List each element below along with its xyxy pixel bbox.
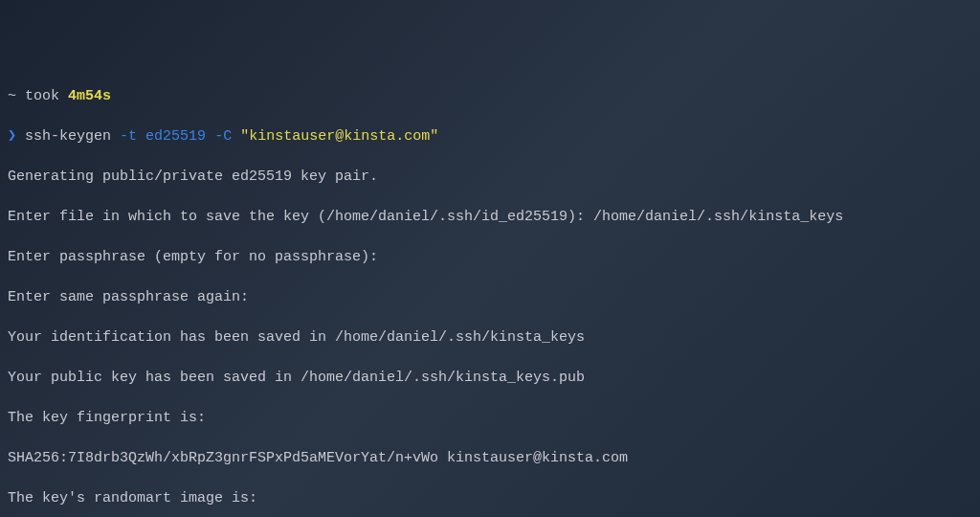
output-line: The key's randomart image is: [8, 488, 972, 508]
output-line: Your public key has been saved in /home/… [8, 368, 972, 388]
command-flag-t: -t [120, 128, 137, 145]
command-comment-string: "kinstauser@kinsta.com" [240, 128, 438, 145]
command-name: ssh-keygen [25, 128, 111, 145]
output-line: Generating public/private ed25519 key pa… [8, 167, 972, 187]
output-line: Your identification has been saved in /h… [8, 327, 972, 348]
command-duration: 4m54s [68, 88, 111, 104]
command-input-line[interactable]: ❯ ssh-keygen -t ed25519 -C "kinstauser@k… [8, 126, 972, 146]
output-line: Enter passphrase (empty for no passphras… [8, 247, 972, 267]
shell-status-line: ~ took 4m54s [8, 86, 972, 106]
command-arg-keytype: ed25519 [145, 128, 206, 145]
took-label: took [25, 88, 59, 104]
prompt-symbol: ❯ [8, 128, 16, 145]
output-line: Enter same passphrase again: [8, 287, 972, 307]
output-line: The key fingerprint is: [8, 408, 972, 428]
output-line: SHA256:7I8drb3QzWh/xbRpZ3gnrFSPxPd5aMEVo… [8, 448, 972, 468]
cwd-tilde: ~ [8, 88, 16, 104]
command-flag-c: -C [214, 128, 232, 145]
output-line: Enter file in which to save the key (/ho… [8, 207, 972, 227]
